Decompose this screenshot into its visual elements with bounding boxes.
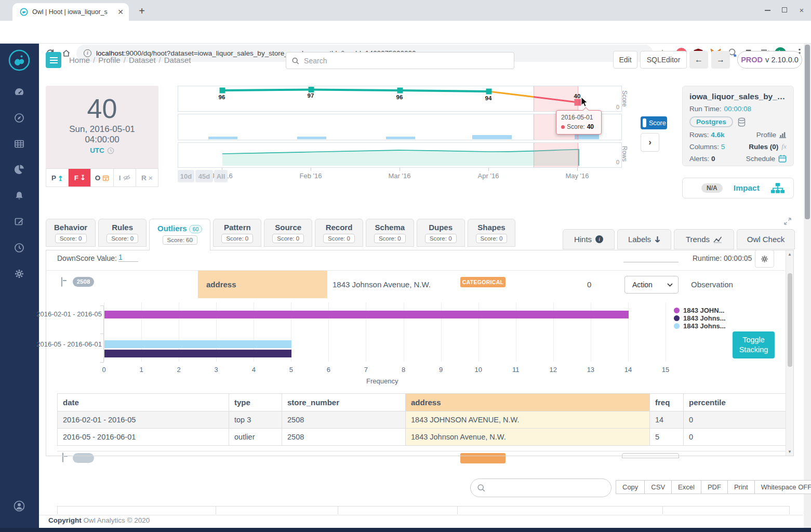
owl-check-button[interactable]: Owl Check bbox=[737, 229, 795, 249]
schedule-link[interactable]: Schedule bbox=[746, 154, 787, 163]
sidebar-user-icon[interactable] bbox=[14, 500, 25, 512]
browser-tab[interactable]: Owl | Hoot | iowa_liquor_s ✕ bbox=[12, 3, 129, 21]
hints-button[interactable]: Hintsi bbox=[563, 229, 615, 249]
breadcrumb-profile[interactable]: Profile bbox=[98, 56, 121, 64]
panel-scrollbar[interactable]: ▲ ▼ bbox=[786, 250, 793, 456]
score-series-toggle[interactable]: Score bbox=[641, 116, 667, 129]
chart-next-chevron-button[interactable]: › bbox=[641, 133, 659, 152]
x-tick-label: 13 bbox=[587, 366, 594, 374]
sidebar-jobs-clock-icon[interactable] bbox=[14, 242, 25, 254]
tab-dupes[interactable]: DupesScore: 0 bbox=[417, 219, 465, 247]
profile-link[interactable]: Profile bbox=[756, 131, 787, 139]
csv-button[interactable]: CSV bbox=[644, 480, 672, 494]
collapse-row-icon[interactable] bbox=[62, 453, 63, 462]
empty-header-cell bbox=[662, 506, 790, 514]
col-type[interactable]: type bbox=[229, 394, 282, 411]
scrollbar-thumb[interactable] bbox=[788, 273, 792, 367]
impact-card[interactable]: N/A Impact bbox=[682, 178, 794, 198]
tab-rules[interactable]: RulesScore: 0 bbox=[98, 219, 147, 247]
x-tick-label: 11 bbox=[512, 366, 520, 374]
legend-item[interactable]: 1843 Johns... bbox=[674, 322, 726, 330]
excel-button[interactable]: Excel bbox=[671, 480, 701, 494]
x-tick-label: 5 bbox=[289, 366, 293, 374]
col-percentile[interactable]: percentile bbox=[684, 394, 790, 411]
sidebar-settings-gear-icon[interactable] bbox=[14, 268, 25, 280]
edit-button[interactable]: Edit bbox=[613, 51, 637, 69]
collapse-row-icon[interactable] bbox=[61, 277, 62, 287]
scroll-down-icon[interactable]: ▼ bbox=[786, 449, 793, 454]
scroll-up-icon[interactable]: ▲ bbox=[786, 252, 793, 257]
range-10d-button[interactable]: 10d bbox=[178, 170, 194, 182]
tab-outliers[interactable]: Outliers60Score: 60 bbox=[149, 219, 210, 250]
tab-close-icon[interactable]: ✕ bbox=[117, 8, 124, 16]
sidebar-edit-icon[interactable] bbox=[14, 216, 25, 227]
global-search-input[interactable] bbox=[304, 57, 509, 65]
pdf-button[interactable]: PDF bbox=[701, 480, 728, 494]
toggle-stacking-button[interactable]: Toggle Stacking bbox=[733, 331, 775, 358]
outliers-settings-button[interactable] bbox=[755, 250, 774, 268]
table-search-input[interactable] bbox=[489, 484, 605, 492]
owl-logo[interactable] bbox=[8, 49, 31, 72]
downscore-input[interactable] bbox=[118, 253, 138, 262]
next-run-arrow-button[interactable]: → bbox=[711, 51, 730, 69]
whitespace-toggle-button[interactable]: Whitespace OFF bbox=[754, 480, 811, 494]
legend-item[interactable]: 1843 JOHN... bbox=[674, 307, 726, 314]
categorical-badge bbox=[460, 453, 506, 463]
table-row[interactable]: 2016-05 - 2016-06-01 outlier 2508 1843 J… bbox=[58, 429, 790, 446]
table-row[interactable]: 2016-02-01 - 2016-05 top 3 2508 1843 JOH… bbox=[58, 411, 790, 429]
rerun-button[interactable]: R× bbox=[136, 169, 158, 187]
fail-button[interactable]: F bbox=[69, 169, 91, 187]
sidebar-compass-icon[interactable] bbox=[14, 112, 25, 124]
scrollbar-thumb[interactable] bbox=[805, 45, 810, 219]
sidebar-alerts-bell-icon[interactable] bbox=[14, 190, 25, 202]
breadcrumb-home[interactable]: Home bbox=[69, 56, 90, 64]
col-freq[interactable]: freq bbox=[650, 394, 684, 411]
col-store-number[interactable]: store_number bbox=[282, 394, 406, 411]
window-scrollbar[interactable] bbox=[804, 44, 811, 528]
new-tab-button[interactable]: + bbox=[135, 5, 149, 18]
tab-behavior[interactable]: BehaviorScore: 0 bbox=[46, 219, 96, 247]
col-date[interactable]: date bbox=[58, 394, 229, 411]
sidebar-dashboard-icon[interactable] bbox=[14, 86, 25, 98]
tab-schema[interactable]: SchemaScore: 0 bbox=[366, 219, 414, 247]
prev-run-arrow-button[interactable]: ← bbox=[689, 51, 708, 69]
print-button[interactable]: Print bbox=[727, 480, 755, 494]
range-all-button[interactable]: All bbox=[214, 170, 228, 182]
tab-record[interactable]: RecordScore: 0 bbox=[315, 219, 363, 247]
divider bbox=[46, 270, 785, 271]
tab-source[interactable]: SourceScore: 0 bbox=[264, 219, 312, 247]
menu-hamburger-button[interactable] bbox=[46, 52, 61, 68]
action-dropdown[interactable]: Action bbox=[624, 276, 679, 294]
global-search-box[interactable] bbox=[286, 52, 514, 69]
copy-button[interactable]: Copy bbox=[616, 480, 645, 494]
sqleditor-button[interactable]: SQLEditor bbox=[640, 51, 687, 69]
frequency-bar[interactable] bbox=[104, 311, 629, 318]
sidebar-table-icon[interactable] bbox=[14, 138, 25, 150]
labels-button[interactable]: Labels bbox=[617, 229, 671, 249]
pass-button[interactable]: P bbox=[46, 169, 69, 187]
connection-badge[interactable]: Postgres bbox=[689, 116, 733, 127]
rules-link[interactable]: Rules (0)fx bbox=[749, 142, 787, 151]
table-search-box[interactable] bbox=[470, 478, 611, 497]
ignore-button[interactable]: I bbox=[114, 169, 136, 187]
frequency-bar[interactable] bbox=[104, 350, 291, 357]
expand-diagonal-icon[interactable] bbox=[783, 217, 792, 225]
legend-item[interactable]: 1843 Johns... bbox=[674, 314, 726, 322]
tab-pattern[interactable]: PatternScore: 0 bbox=[213, 219, 261, 247]
export-buttons: Copy CSV Excel PDF Print Whitespace OFF bbox=[616, 480, 811, 494]
window-minimize-button[interactable] bbox=[762, 5, 773, 16]
breadcrumb-dataset[interactable]: Dataset bbox=[129, 56, 156, 64]
tab-shapes[interactable]: ShapesScore: 0 bbox=[468, 219, 516, 247]
override-button[interactable]: O bbox=[91, 169, 113, 187]
copyright-text: Copyright Owl Analytics © 2020 bbox=[48, 516, 150, 524]
breadcrumb-dataset2[interactable]: Dataset bbox=[164, 56, 191, 64]
filter-input[interactable] bbox=[623, 254, 679, 262]
range-45d-button[interactable]: 45d bbox=[195, 170, 213, 182]
empty-header-cell bbox=[57, 506, 216, 514]
col-address[interactable]: address bbox=[406, 394, 650, 411]
window-maximize-button[interactable] bbox=[779, 5, 790, 16]
trends-button[interactable]: Trends bbox=[674, 229, 734, 249]
frequency-bar[interactable] bbox=[104, 340, 291, 348]
window-close-button[interactable]: × bbox=[796, 5, 807, 16]
sidebar-pie-chart-icon[interactable] bbox=[14, 164, 25, 175]
